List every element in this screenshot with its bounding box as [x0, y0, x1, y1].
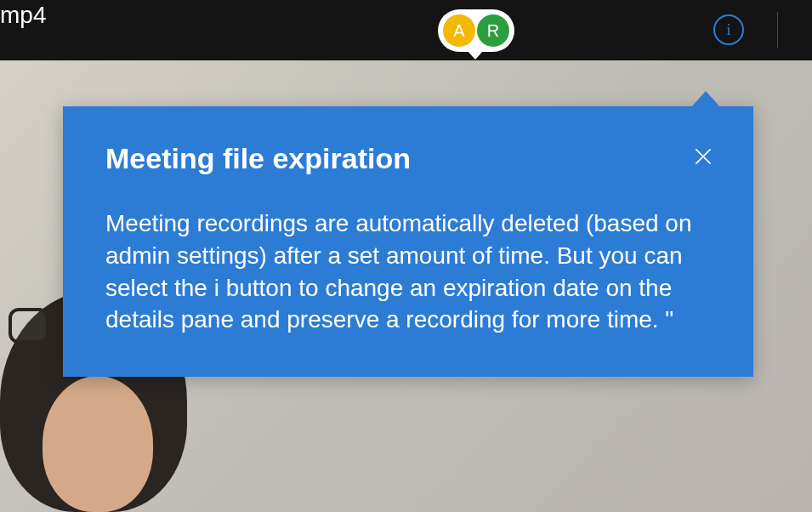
title-bar: mp4 A R i: [0, 0, 812, 60]
filename-label: mp4: [0, 2, 46, 29]
avatar-r: R: [477, 14, 509, 47]
close-icon: [692, 145, 714, 168]
presence-indicator[interactable]: A R: [438, 9, 514, 52]
avatar-a: A: [443, 14, 475, 47]
avatar-r-initial: R: [487, 21, 499, 41]
expiration-callout: Meeting file expiration Meeting recordin…: [63, 106, 753, 377]
close-button[interactable]: [690, 144, 716, 169]
header-divider: [777, 12, 778, 48]
info-button[interactable]: i: [713, 14, 744, 45]
presence-caret-icon: [466, 49, 485, 60]
info-icon: i: [726, 21, 730, 39]
callout-title: Meeting file expiration: [105, 142, 711, 175]
avatar-a-initial: A: [453, 21, 464, 41]
callout-body: Meeting recordings are automatically del…: [105, 208, 711, 336]
callout-beak-icon: [690, 91, 721, 108]
